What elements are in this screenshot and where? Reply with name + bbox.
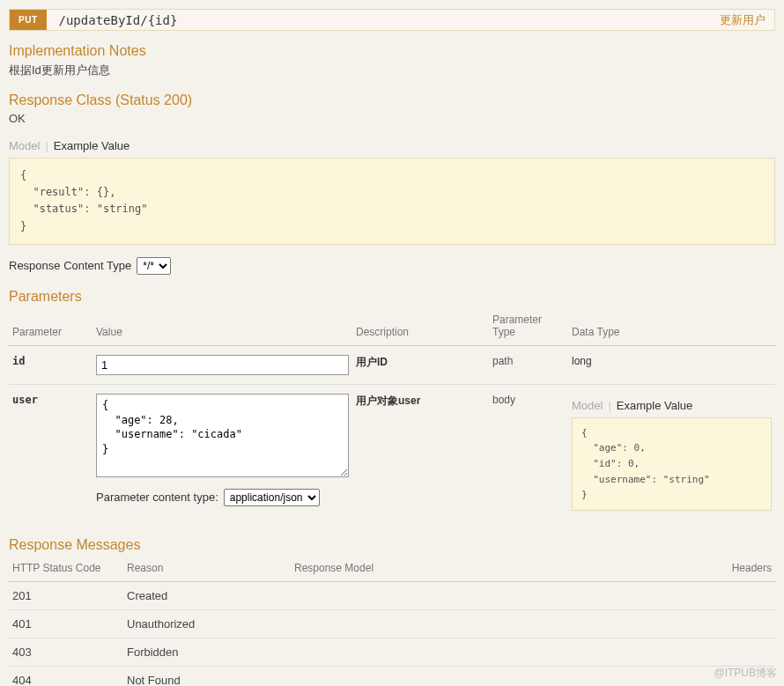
response-message-row: 401 Unauthorized (9, 609, 775, 638)
parameter-type: body (489, 384, 568, 519)
implementation-notes-text: 根据Id更新用户信息 (9, 63, 775, 78)
col-parameter: Parameter (9, 308, 92, 346)
col-data-type: Data Type (568, 308, 775, 346)
col-value: Value (92, 308, 352, 346)
parameter-name: user (9, 384, 92, 519)
tab-separator: | (608, 399, 610, 412)
response-reason: Created (123, 581, 291, 609)
response-class-status: OK (9, 112, 775, 125)
response-content-type-label: Response Content Type (9, 259, 131, 272)
parameter-data-type: long (568, 345, 775, 384)
tab-model[interactable]: Model (572, 399, 603, 412)
response-content-type-row: Response Content Type */* (9, 257, 775, 275)
parameter-content-type-row: Parameter content type: application/json (96, 489, 349, 506)
response-code: 401 (9, 609, 123, 638)
response-messages-table: HTTP Status Code Reason Response Model H… (9, 557, 775, 686)
col-reason: Reason (123, 557, 291, 582)
param-data-type-tabs: Model | Example Value (572, 399, 772, 412)
response-content-type-select[interactable]: */* (137, 257, 171, 275)
response-class-heading: Response Class (Status 200) (9, 92, 775, 108)
parameter-content-type-select[interactable]: application/json (224, 489, 320, 506)
response-reason: Forbidden (123, 638, 291, 666)
col-http-status: HTTP Status Code (9, 557, 123, 582)
response-code: 403 (9, 638, 123, 666)
col-response-model: Response Model (291, 557, 669, 582)
http-method-badge: PUT (10, 10, 47, 30)
response-reason: Unauthorized (123, 609, 291, 638)
operation-path: /updateById/{id} (47, 13, 721, 27)
tab-separator: | (45, 139, 48, 152)
response-messages-heading: Response Messages (9, 537, 775, 553)
parameter-description: 用户ID (352, 345, 489, 384)
parameter-content-type-label: Parameter content type: (96, 491, 218, 504)
param-data-type-example[interactable]: { "age": 0, "id": 0, "username": "string… (572, 417, 772, 511)
parameter-id-input[interactable] (96, 355, 349, 375)
response-message-row: 404 Not Found (9, 666, 775, 686)
tab-example-value[interactable]: Example Value (54, 139, 129, 152)
operation-summary: 更新用户 (720, 12, 774, 28)
response-code: 201 (9, 581, 123, 609)
col-description: Description (352, 308, 489, 346)
response-reason: Not Found (123, 666, 291, 686)
tab-model[interactable]: Model (9, 139, 40, 152)
col-headers: Headers (669, 557, 775, 582)
parameter-data-type-cell: Model | Example Value { "age": 0, "id": … (568, 384, 775, 519)
parameter-row: user Parameter content type: application… (9, 384, 775, 519)
response-message-row: 201 Created (9, 581, 775, 609)
parameter-description: 用户对象user (352, 384, 489, 519)
response-class-tabs: Model | Example Value (9, 139, 775, 152)
implementation-notes-heading: Implementation Notes (9, 43, 775, 59)
operation-header[interactable]: PUT /updateById/{id} 更新用户 (9, 9, 775, 31)
response-message-row: 403 Forbidden (9, 638, 775, 666)
parameter-user-textarea[interactable] (96, 394, 349, 477)
tab-example-value[interactable]: Example Value (617, 399, 692, 412)
col-parameter-type: Parameter Type (489, 308, 568, 346)
parameter-row: id 用户ID path long (9, 345, 775, 384)
response-class-example[interactable]: { "result": {}, "status": "string" } (9, 158, 775, 245)
response-code: 404 (9, 666, 123, 686)
parameters-table: Parameter Value Description Parameter Ty… (9, 308, 775, 520)
parameter-name: id (9, 345, 92, 384)
parameters-heading: Parameters (9, 289, 775, 305)
parameter-type: path (489, 345, 568, 384)
watermark: @ITPUB博客 (714, 666, 777, 681)
